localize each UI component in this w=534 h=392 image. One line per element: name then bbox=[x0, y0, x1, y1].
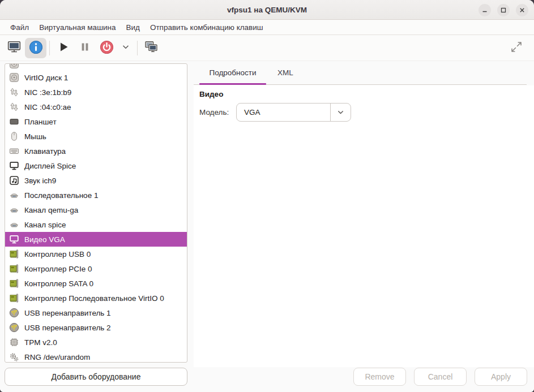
window-controls bbox=[479, 0, 528, 20]
toolbar-separator bbox=[49, 41, 50, 55]
hardware-list-item-controller-usb-0[interactable]: Контроллер USB 0 bbox=[5, 247, 187, 261]
mouse-icon bbox=[9, 131, 19, 141]
hardware-item-label: Последовательное 1 bbox=[24, 191, 98, 200]
info-icon bbox=[28, 40, 44, 57]
disk-icon bbox=[9, 72, 19, 83]
hardware-item-label: NIC :04:c0:ae bbox=[24, 103, 71, 111]
video-model-select[interactable]: VGA bbox=[236, 103, 351, 122]
hardware-item-label: USB перенаправитель 2 bbox=[24, 324, 111, 332]
usb-icon bbox=[9, 322, 19, 333]
tpm-icon bbox=[9, 337, 19, 347]
hardware-item-label: NIC :3e:1b:b9 bbox=[24, 88, 71, 97]
serial-icon bbox=[9, 190, 19, 200]
video-section: Видео Модель: VGA bbox=[194, 85, 534, 367]
fullscreen-button[interactable] bbox=[506, 38, 527, 58]
hardware-list-item-usb-redirector-2[interactable]: USB перенаправитель 2 bbox=[5, 320, 187, 335]
hardware-list-item-display-spice[interactable]: Дисплей Spice bbox=[5, 158, 187, 173]
menu-item-file[interactable]: Файл bbox=[5, 23, 34, 32]
hardware-item-label: Контроллер USB 0 bbox=[24, 250, 91, 259]
minimize-icon bbox=[481, 7, 488, 14]
tablet-icon bbox=[9, 117, 19, 127]
close-icon bbox=[519, 7, 526, 14]
hardware-list-item-controller-pcie-0[interactable]: Контроллер PCIe 0 bbox=[5, 261, 187, 276]
add-hardware-button[interactable]: Добавить оборудование bbox=[5, 368, 187, 386]
model-row: Модель: VGA bbox=[199, 103, 534, 122]
hardware-item-label: Видео VGA bbox=[24, 235, 65, 244]
hardware-item-label: Канал qemu-ga bbox=[24, 206, 78, 214]
rng-icon bbox=[9, 352, 19, 362]
disk-icon bbox=[9, 64, 19, 69]
hardware-item-label: VirtIO диск 1 bbox=[24, 74, 68, 82]
hardware-item-label: Мышь bbox=[24, 132, 46, 141]
hardware-item-label: Дисплей Spice bbox=[24, 162, 76, 170]
hardware-list-item-tpm-v2-0[interactable]: TPM v2.0 bbox=[5, 335, 187, 350]
hardware-item-label: Звук ich9 bbox=[24, 176, 56, 185]
menu-item-send-key-combo[interactable]: Отправить комбинацию клавиш bbox=[145, 23, 268, 32]
play-icon bbox=[57, 40, 70, 55]
shutdown-button[interactable] bbox=[96, 38, 117, 58]
window-title: vfpsu1 на QEMU/KVM bbox=[0, 6, 534, 14]
tab-strip: ПодробностиXML bbox=[194, 61, 527, 85]
hardware-list-item-sound-ich9[interactable]: Звук ich9 bbox=[5, 173, 187, 188]
pause-icon bbox=[78, 40, 92, 55]
hardware-item-label: Планшет bbox=[24, 118, 57, 126]
show-hardware-details-button[interactable] bbox=[25, 38, 46, 58]
hardware-list-item-channel-spice[interactable]: Канал spice bbox=[5, 217, 187, 232]
display-icon bbox=[9, 234, 19, 244]
run-button[interactable] bbox=[53, 38, 74, 58]
hardware-list-item-usb-redirector-1[interactable]: USB перенаправитель 1 bbox=[5, 305, 187, 320]
nic-icon bbox=[9, 87, 19, 97]
shutdown-menu-button[interactable] bbox=[117, 38, 134, 58]
hardware-list-item-rng-dev-urandom[interactable]: RNG /dev/urandom bbox=[5, 350, 187, 363]
hardware-list-item-nic-04-c0-ae[interactable]: NIC :04:c0:ae bbox=[5, 100, 187, 114]
keyboard-icon bbox=[9, 146, 19, 156]
hardware-list-item-serial-1[interactable]: Последовательное 1 bbox=[5, 188, 187, 203]
tab-details[interactable]: Подробности bbox=[199, 61, 266, 84]
hardware-list-item-virtio-disk-1[interactable]: VirtIO диск 1 bbox=[5, 70, 187, 85]
pci-card-icon bbox=[9, 278, 19, 288]
display-icon bbox=[9, 161, 19, 171]
hardware-list-item-controller-virtio-serial-0[interactable]: Контроллер Последовательное VirtIO 0 bbox=[5, 291, 187, 305]
hardware-list-item-nic-3e-1b-b9[interactable]: NIC :3e:1b:b9 bbox=[5, 85, 187, 100]
tab-label: Подробности bbox=[210, 68, 257, 77]
hardware-list-item-mouse[interactable]: Мышь bbox=[5, 129, 187, 144]
menu-item-view[interactable]: Вид bbox=[121, 23, 144, 32]
serial-icon bbox=[9, 205, 19, 215]
hardware-item-label: Контроллер SATA 0 bbox=[24, 279, 93, 288]
hardware-list-item-tablet[interactable]: Планшет bbox=[5, 114, 187, 129]
usb-icon bbox=[9, 308, 19, 318]
pci-card-icon bbox=[9, 264, 19, 274]
hardware-list-item-channel-qemu-ga[interactable]: Канал qemu-ga bbox=[5, 203, 187, 217]
close-button[interactable] bbox=[516, 4, 528, 16]
hardware-list-item-controller-sata-0[interactable]: Контроллер SATA 0 bbox=[5, 276, 187, 291]
manage-snapshots-button[interactable] bbox=[140, 38, 162, 58]
tab-xml[interactable]: XML bbox=[276, 61, 294, 84]
show-graphical-console-button[interactable] bbox=[3, 38, 25, 58]
remove-button[interactable]: Remove bbox=[353, 368, 406, 386]
fullscreen-icon bbox=[510, 40, 523, 55]
maximize-button[interactable] bbox=[497, 4, 510, 16]
titlebar: vfpsu1 на QEMU/KVM bbox=[0, 0, 534, 20]
pci-card-icon bbox=[9, 293, 19, 303]
tab-label: XML bbox=[277, 68, 293, 77]
nic-icon bbox=[9, 102, 19, 112]
snapshots-icon bbox=[144, 40, 159, 56]
pause-button[interactable] bbox=[74, 38, 96, 58]
hardware-list-item-video-vga[interactable]: Видео VGA bbox=[5, 232, 187, 247]
apply-button[interactable]: Apply bbox=[475, 368, 527, 386]
hardware-list-item-keyboard[interactable]: Клавиатура bbox=[5, 144, 187, 158]
hardware-list-item-partial[interactable] bbox=[5, 64, 187, 70]
toolbar-separator bbox=[137, 41, 138, 55]
minimize-button[interactable] bbox=[479, 4, 491, 16]
hardware-item-label: Контроллер PCIe 0 bbox=[24, 265, 92, 273]
console-monitor-icon bbox=[7, 40, 22, 56]
toolbar bbox=[0, 35, 534, 61]
details-panel: ПодробностиXML Видео Модель: VGA Remove … bbox=[194, 61, 534, 392]
cancel-button[interactable]: Cancel bbox=[414, 368, 467, 386]
serial-icon bbox=[9, 219, 19, 230]
section-title-video: Видео bbox=[199, 90, 534, 98]
chevron-down-icon[interactable] bbox=[330, 104, 351, 121]
chevron-down-icon bbox=[121, 42, 130, 53]
menu-item-virtual-machine[interactable]: Виртуальная машина bbox=[34, 23, 121, 32]
model-label: Модель: bbox=[199, 108, 231, 117]
